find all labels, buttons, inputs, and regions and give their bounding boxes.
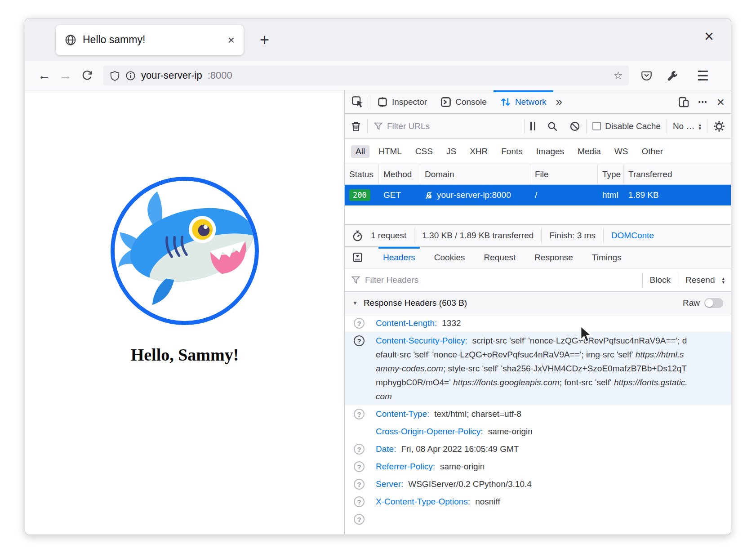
header-name[interactable]: X-Content-Type-Options: [376, 497, 470, 506]
tab-inspector[interactable]: Inspector [370, 90, 434, 113]
back-button[interactable]: ← [33, 68, 55, 83]
col-file[interactable]: File [530, 164, 598, 184]
header-name[interactable]: Content-Type: [376, 409, 429, 419]
header-row-content-type[interactable]: ? Content-Type:text/html; charset=utf-8 [345, 405, 731, 423]
network-settings-gear-icon[interactable] [707, 120, 731, 132]
stopwatch-icon[interactable] [352, 230, 363, 241]
block-requests-icon[interactable] [564, 121, 586, 132]
filter-html[interactable]: HTML [374, 145, 406, 158]
header-row-server[interactable]: ? Server:WSGIServer/0.2 CPython/3.10.4 [345, 475, 731, 493]
col-domain[interactable]: Domain [420, 164, 530, 184]
help-icon[interactable]: ? [354, 444, 365, 455]
transferred-cell: 1.89 KB [624, 190, 731, 200]
shield-icon[interactable] [110, 71, 120, 81]
devtools-wrench-icon[interactable] [667, 70, 678, 81]
new-tab-button[interactable]: + [260, 31, 269, 49]
filter-ws[interactable]: WS [610, 145, 633, 158]
filter-all[interactable]: All [351, 145, 369, 158]
col-status[interactable]: Status [345, 164, 379, 184]
summary-domcontentloaded: DOMConte [611, 231, 654, 241]
col-type[interactable]: Type [598, 164, 624, 184]
pause-traffic-icon[interactable] [525, 122, 541, 130]
header-row-x-content-type-options[interactable]: ? X-Content-Type-Options:nosniff [345, 493, 731, 510]
resend-caret-icon[interactable]: ▴▾ [722, 276, 725, 284]
clear-requests-trash-icon[interactable] [345, 121, 367, 132]
devtools-menu-icon[interactable]: ••• [698, 98, 708, 106]
tab-inspector-label: Inspector [392, 97, 427, 107]
col-method[interactable]: Method [379, 164, 420, 184]
collapse-triangle-icon[interactable]: ▼ [352, 300, 358, 306]
filter-other[interactable]: Other [637, 145, 667, 158]
filter-xhr[interactable]: XHR [465, 145, 492, 158]
header-name[interactable]: Content-Security-Policy: [376, 336, 467, 345]
forward-button[interactable]: → [55, 68, 76, 83]
tab-close-icon[interactable]: × [228, 34, 235, 46]
header-row-partial[interactable]: ? [345, 510, 731, 514]
filter-media[interactable]: Media [573, 145, 605, 158]
header-row-content-length[interactable]: ? Content-Length:1332 [345, 314, 731, 332]
separator [541, 228, 542, 243]
raw-toggle[interactable] [704, 298, 723, 308]
help-icon[interactable]: ? [354, 461, 365, 472]
help-icon[interactable]: ? [354, 409, 365, 419]
disable-cache-checkbox[interactable]: Disable Cache [587, 121, 667, 131]
header-row-referrer-policy[interactable]: ? Referrer-Policy:same-origin [345, 458, 731, 475]
resend-button[interactable]: Resend [685, 275, 715, 285]
request-row-selected[interactable]: 200 GET your-server-ip:8000 / h [345, 185, 731, 205]
window-close-button[interactable]: × [704, 28, 714, 45]
header-name[interactable]: Cross-Origin-Opener-Policy: [376, 427, 483, 436]
throttling-label: No … [673, 121, 695, 131]
pick-element-icon[interactable] [345, 90, 370, 113]
bookmark-star-icon[interactable]: ☆ [613, 69, 623, 82]
search-icon[interactable] [541, 121, 564, 132]
detail-tab-request[interactable]: Request [484, 247, 516, 268]
response-headers-section-header[interactable]: ▼ Response Headers (603 B) Raw [345, 292, 731, 314]
help-icon[interactable]: ? [354, 514, 365, 525]
inspector-icon [377, 97, 388, 107]
header-row-cross-origin-opener-policy[interactable]: Cross-Origin-Opener-Policy:same-origin [345, 423, 731, 440]
block-button[interactable]: Block [650, 275, 671, 285]
col-transferred[interactable]: Transferred [624, 164, 731, 184]
filter-fonts[interactable]: Fonts [497, 145, 527, 158]
reload-button[interactable] [76, 70, 98, 81]
globe-icon [65, 34, 76, 46]
header-name[interactable]: Server: [376, 479, 403, 489]
filter-css[interactable]: CSS [411, 145, 437, 158]
help-icon[interactable]: ? [354, 318, 365, 329]
detail-tab-timings[interactable]: Timings [592, 247, 622, 268]
header-value: same-origin [488, 427, 533, 436]
menu-hamburger-icon[interactable]: ☰ [692, 68, 714, 84]
separator [414, 228, 414, 243]
browser-tab[interactable]: Hello sammy! × [56, 25, 244, 55]
site-info-icon[interactable] [125, 71, 136, 81]
tabs-overflow-icon[interactable]: » [556, 95, 562, 109]
devtools-panel: Inspector Console [344, 90, 731, 535]
help-icon[interactable]: ? [354, 496, 365, 507]
navigation-bar: ← → your-server-ip:8000 ☆ [25, 61, 731, 90]
filter-images[interactable]: Images [532, 145, 569, 158]
throttling-dropdown[interactable]: No … ▴▾ [667, 121, 707, 131]
url-bar[interactable]: your-server-ip:8000 ☆ [103, 66, 629, 85]
checkbox-icon[interactable] [592, 122, 601, 130]
responsive-mode-icon[interactable] [678, 96, 689, 108]
detail-tab-cookies[interactable]: Cookies [434, 247, 465, 268]
header-row-date[interactable]: ? Date:Fri, 08 Apr 2022 16:05:49 GMT [345, 440, 731, 458]
header-name[interactable]: Referrer-Policy: [376, 462, 435, 471]
tab-network-label: Network [515, 97, 547, 107]
filter-headers-placeholder[interactable]: Filter Headers [365, 275, 418, 285]
filter-js[interactable]: JS [442, 145, 461, 158]
pocket-icon[interactable] [641, 70, 652, 81]
filter-urls-input[interactable]: Filter URLs [368, 121, 524, 131]
tab-console[interactable]: Console [434, 90, 494, 113]
detail-pane-icon[interactable] [352, 252, 363, 263]
header-actions: Block Resend ▴▾ [642, 273, 725, 287]
tab-network[interactable]: Network [494, 90, 553, 113]
header-row-content-security-policy[interactable]: ? Content-Security-Policy:script-src 'se… [345, 332, 731, 405]
devtools-close-icon[interactable]: × [716, 95, 725, 109]
help-icon[interactable]: ? [354, 335, 365, 346]
header-name[interactable]: Date: [376, 444, 396, 454]
help-icon[interactable]: ? [354, 479, 365, 490]
detail-tab-headers[interactable]: Headers [383, 247, 415, 268]
header-name[interactable]: Content-Length: [376, 318, 437, 328]
detail-tab-response[interactable]: Response [534, 247, 573, 268]
